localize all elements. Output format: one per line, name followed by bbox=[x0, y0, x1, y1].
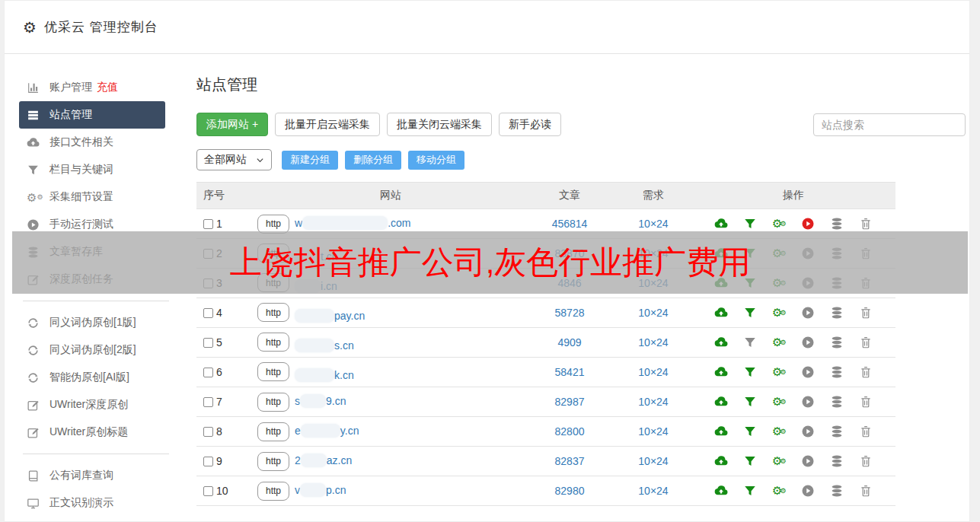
site-domain-link[interactable]: w.com bbox=[295, 216, 410, 230]
play-icon[interactable] bbox=[801, 454, 815, 468]
row-checkbox[interactable] bbox=[203, 368, 213, 377]
row-checkbox[interactable] bbox=[203, 219, 213, 229]
site-search-input[interactable] bbox=[813, 113, 966, 136]
sidebar-item-ai-rewrite[interactable]: 智能伪原创[AI版] bbox=[19, 364, 165, 391]
trash-icon[interactable] bbox=[859, 484, 873, 498]
gears-icon[interactable]: ⚙⚙ bbox=[772, 395, 786, 409]
article-count-link[interactable]: 58421 bbox=[555, 366, 585, 378]
http-protocol-button[interactable]: http bbox=[257, 452, 289, 471]
cloud-upload-icon[interactable] bbox=[714, 484, 728, 498]
article-count-link[interactable]: 82837 bbox=[555, 455, 585, 467]
sidebar-item-public-thesaurus[interactable]: 公有词库查询 bbox=[19, 462, 165, 489]
article-count-link[interactable]: 82987 bbox=[555, 396, 585, 408]
recharge-link[interactable]: 充值 bbox=[97, 81, 118, 94]
http-protocol-button[interactable]: http bbox=[257, 333, 289, 352]
sidebar-item-interface-files[interactable]: 接口文件相关 bbox=[19, 129, 165, 156]
database-icon[interactable] bbox=[830, 217, 844, 231]
gears-icon[interactable]: ⚙⚙ bbox=[772, 454, 786, 468]
database-icon[interactable] bbox=[830, 425, 844, 438]
gears-icon[interactable]: ⚙⚙ bbox=[772, 217, 786, 231]
article-count-link[interactable]: 58728 bbox=[555, 307, 585, 319]
cloud-upload-icon[interactable] bbox=[714, 425, 728, 438]
beginner-guide-button[interactable]: 新手必读 bbox=[499, 113, 561, 136]
database-icon[interactable] bbox=[830, 395, 844, 409]
row-checkbox[interactable] bbox=[203, 397, 213, 407]
filter-icon[interactable] bbox=[743, 336, 757, 349]
new-group-button[interactable]: 新建分组 bbox=[282, 151, 338, 170]
site-group-select[interactable]: 全部网站 bbox=[196, 149, 272, 170]
gears-icon[interactable]: ⚙⚙ bbox=[772, 425, 786, 438]
sidebar-item-sites[interactable]: 站点管理 bbox=[19, 101, 165, 129]
filter-icon[interactable] bbox=[743, 217, 757, 231]
site-domain-link[interactable]: k.cn bbox=[295, 368, 354, 382]
gears-icon[interactable]: ⚙⚙ bbox=[772, 365, 786, 379]
trash-icon[interactable] bbox=[859, 306, 873, 320]
database-icon[interactable] bbox=[830, 365, 844, 379]
cloud-upload-icon[interactable] bbox=[714, 217, 728, 231]
trash-icon[interactable] bbox=[859, 425, 873, 438]
site-domain-link[interactable]: pay.cn bbox=[295, 309, 365, 323]
http-protocol-button[interactable]: http bbox=[257, 422, 289, 441]
http-protocol-button[interactable]: http bbox=[257, 482, 289, 501]
play-icon[interactable] bbox=[801, 484, 815, 498]
delete-group-button[interactable]: 删除分组 bbox=[345, 151, 401, 170]
cloud-upload-icon[interactable] bbox=[714, 454, 728, 468]
article-count-link[interactable]: 456814 bbox=[552, 218, 588, 230]
add-site-button[interactable]: 添加网站 + bbox=[196, 113, 268, 136]
gears-icon[interactable]: ⚙⚙ bbox=[772, 306, 786, 320]
http-protocol-button[interactable]: http bbox=[257, 215, 289, 234]
cloud-upload-icon[interactable] bbox=[714, 306, 728, 320]
trash-icon[interactable] bbox=[859, 365, 873, 379]
site-domain-link[interactable]: s9.cn bbox=[295, 394, 346, 408]
database-icon[interactable] bbox=[830, 484, 844, 498]
sidebar-item-collection-settings[interactable]: ⚙⚙ 采集细节设置 bbox=[19, 183, 165, 211]
sidebar-item-uwriter-title[interactable]: UWriter原创标题 bbox=[19, 419, 165, 446]
filter-icon[interactable] bbox=[743, 484, 757, 498]
article-count-link[interactable]: 82980 bbox=[555, 485, 585, 497]
sidebar-item-account[interactable]: 账户管理 充值 bbox=[19, 74, 165, 101]
play-icon[interactable] bbox=[801, 217, 815, 231]
play-icon[interactable] bbox=[801, 425, 815, 438]
trash-icon[interactable] bbox=[859, 395, 873, 409]
site-domain-link[interactable]: vp.cn bbox=[295, 483, 346, 497]
database-icon[interactable] bbox=[830, 454, 844, 468]
filter-icon[interactable] bbox=[743, 306, 757, 320]
play-icon[interactable] bbox=[801, 395, 815, 409]
sidebar-item-synonym-v2[interactable]: 同义词伪原创[2版] bbox=[19, 336, 165, 364]
play-icon[interactable] bbox=[801, 336, 815, 349]
play-icon[interactable] bbox=[801, 365, 815, 379]
http-protocol-button[interactable]: http bbox=[257, 303, 289, 322]
filter-icon[interactable] bbox=[743, 425, 757, 438]
article-count-link[interactable]: 4909 bbox=[557, 336, 581, 349]
sidebar-item-columns-keywords[interactable]: 栏目与关键词 bbox=[19, 156, 165, 183]
http-protocol-button[interactable]: http bbox=[257, 362, 289, 381]
row-checkbox[interactable] bbox=[203, 427, 213, 437]
cloud-upload-icon[interactable] bbox=[714, 365, 728, 379]
site-domain-link[interactable]: ey.cn bbox=[295, 424, 359, 438]
article-count-link[interactable]: 82800 bbox=[555, 425, 585, 438]
row-checkbox[interactable] bbox=[203, 338, 213, 348]
filter-icon[interactable] bbox=[743, 395, 757, 409]
filter-icon[interactable] bbox=[743, 365, 757, 379]
row-checkbox[interactable] bbox=[203, 457, 213, 466]
database-icon[interactable] bbox=[830, 306, 844, 320]
site-domain-link[interactable]: s.cn bbox=[295, 339, 354, 352]
site-domain-link[interactable]: 2az.cn bbox=[295, 454, 352, 467]
cloud-upload-icon[interactable] bbox=[714, 336, 728, 349]
database-icon[interactable] bbox=[830, 336, 844, 349]
trash-icon[interactable] bbox=[859, 454, 873, 468]
row-checkbox[interactable] bbox=[203, 308, 213, 318]
gears-icon[interactable]: ⚙⚙ bbox=[772, 336, 786, 349]
cloud-upload-icon[interactable] bbox=[714, 395, 728, 409]
http-protocol-button[interactable]: http bbox=[257, 393, 289, 412]
filter-icon[interactable] bbox=[743, 454, 757, 468]
sidebar-item-content-recognition[interactable]: 正文识别演示 bbox=[19, 489, 165, 517]
move-group-button[interactable]: 移动分组 bbox=[408, 151, 464, 170]
play-icon[interactable] bbox=[801, 306, 815, 320]
sidebar-item-uwriter-deep[interactable]: UWriter深度原创 bbox=[19, 391, 165, 419]
gears-icon[interactable]: ⚙⚙ bbox=[772, 484, 786, 498]
trash-icon[interactable] bbox=[859, 217, 873, 231]
sidebar-item-synonym-v1[interactable]: 同义词伪原创[1版] bbox=[19, 309, 165, 336]
trash-icon[interactable] bbox=[859, 336, 873, 349]
row-checkbox[interactable] bbox=[203, 486, 213, 496]
